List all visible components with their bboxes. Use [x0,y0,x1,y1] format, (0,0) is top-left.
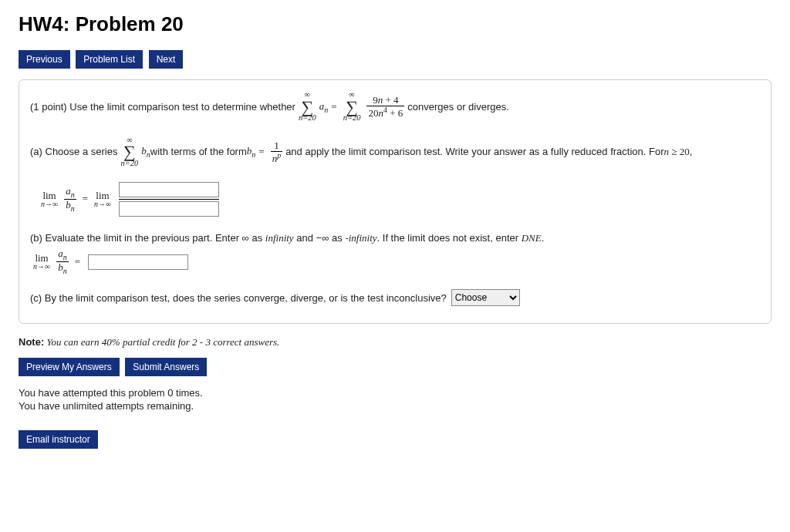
sum-icon-3: ∞ ∑ n=20 [120,136,138,168]
note-label: Note: [19,336,44,348]
limit-symbol: lim n→∞ [41,190,58,208]
submit-answers-button[interactable]: Submit Answers [125,358,207,376]
ratio-ab: an bn [64,186,76,213]
sum-icon-2: ∞ ∑ n=20 [343,91,361,123]
part-a-text: (a) Choose a series ∞ ∑ n=20 bn with ter… [30,136,760,168]
part-c-select[interactable]: Choose Converges Diverges Inconclusive [451,289,520,306]
part-a-answer: lim n→∞ an bn = lim n→∞ [38,182,760,217]
ratio-ab-2: an bn [56,248,69,275]
b-n: bn [141,143,150,160]
sum-icon: ∞ ∑ n=20 [299,91,316,123]
intro-prefix: (1 point) Use the limit comparison test … [30,99,295,115]
limit-symbol-3: lim n→∞ [33,253,50,271]
part-c-text: (c) By the limit comparison test, does t… [30,291,447,306]
nav-buttons: Previous Problem List Next [19,50,771,69]
part-c: (c) By the limit comparison test, does t… [30,289,760,306]
note: Note: You can earn 40% partial credit fo… [19,336,771,348]
limit-symbol-2: lim n→∞ [94,190,111,208]
problem-box: (1 point) Use the limit comparison test … [19,79,771,324]
problem-list-button[interactable]: Problem List [76,50,143,69]
part-a-denominator-input[interactable] [119,201,219,217]
problem-statement: (1 point) Use the limit comparison test … [30,91,760,123]
part-b-input[interactable] [88,254,188,270]
preview-answers-button[interactable]: Preview My Answers [19,358,120,376]
remaining-text: You have unlimited attempts remaining. [19,400,771,412]
next-button[interactable]: Next [149,50,184,69]
intro-suffix: converges or diverges. [407,99,509,115]
part-b: (b) Evaluate the limit in the previous p… [30,231,760,276]
note-text: You can earn 40% partial credit for 2 - … [44,336,279,348]
email-instructor-button[interactable]: Email instructor [19,430,98,449]
part-a-fraction-input [119,182,219,217]
attempts-text: You have attempted this problem 0 times. [19,387,771,399]
bn-fraction: 1 np [271,140,283,164]
previous-button[interactable]: Previous [19,50,70,69]
main-fraction: 9n + 4 20n4 + 6 [366,95,404,119]
part-a-numerator-input[interactable] [119,182,219,197]
page-title: HW4: Problem 20 [19,12,771,36]
part-b-text: (b) Evaluate the limit in the previous p… [30,231,760,246]
a-n: an [319,99,329,116]
action-buttons: Preview My Answers Submit Answers [19,358,771,376]
